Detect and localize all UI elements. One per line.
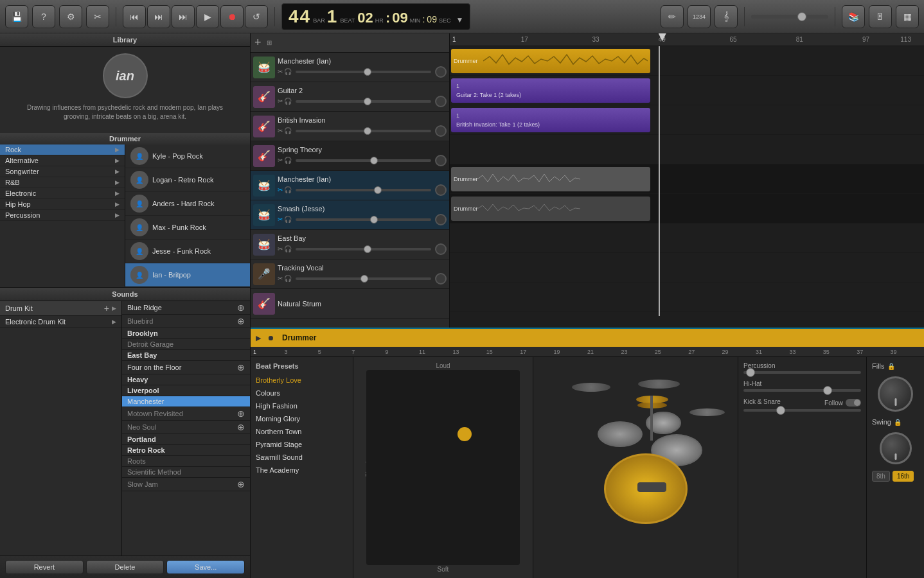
revert-button[interactable]: Revert [5, 560, 84, 574]
track-fader-5[interactable] [296, 189, 431, 191]
kicksnare-slider[interactable] [743, 409, 861, 412]
track-pan-knob-3[interactable] [435, 125, 447, 137]
follow-toggle[interactable] [846, 399, 861, 407]
mute-icon-7[interactable]: ✂ [278, 245, 283, 252]
genre-item-percussion[interactable]: Percussion ▶ [0, 210, 125, 221]
region-smashjesse[interactable]: Drummer [451, 197, 650, 221]
arrange-track-8[interactable] [450, 253, 924, 283]
track-fader-6[interactable] [296, 218, 431, 221]
drummer-anders[interactable]: 👤 Anders - Hard Rock [125, 192, 250, 216]
hihat-thumb[interactable] [823, 386, 832, 395]
ffwd-btn[interactable]: ⏭ [147, 5, 170, 28]
genre-item-hiphop[interactable]: Hip Hop ▶ [0, 199, 125, 210]
kit-motownrevisited[interactable]: Motown Revisited ⊕ [122, 407, 250, 421]
preset-pyramidstage[interactable]: Pyramid Stage [251, 438, 353, 451]
kit-roots[interactable]: Roots [122, 456, 250, 467]
kit-blueridge-add[interactable]: ⊕ [237, 302, 245, 313]
genre-item-alternative[interactable]: Alternative ▶ [0, 155, 125, 166]
save-icon-btn[interactable]: 💾 [5, 5, 28, 28]
headphone-icon-3[interactable]: 🎧 [284, 127, 292, 134]
swing-knob[interactable] [880, 432, 912, 464]
pencil-btn[interactable]: ✏ [661, 5, 684, 28]
track-fader-8[interactable] [296, 277, 431, 280]
track-pan-knob-2[interactable] [435, 96, 447, 107]
kit-blueridge[interactable]: Blue Ridge ⊕ [122, 301, 250, 315]
percussion-thumb[interactable] [746, 368, 755, 377]
kit-eastbay[interactable]: East Bay [122, 350, 250, 361]
kit-portland[interactable]: Portland [122, 434, 250, 445]
fills-knob[interactable] [878, 376, 913, 412]
add-track-button[interactable]: + [254, 36, 262, 49]
mixer-btn[interactable]: 🎚 [869, 5, 892, 28]
drummer-play-btn[interactable]: ▶ [256, 334, 261, 342]
kit-neosoul[interactable]: Neo Soul ⊕ [122, 421, 250, 434]
pad-dot[interactable] [458, 427, 472, 441]
kit-slowjam[interactable]: Slow Jam ⊕ [122, 478, 250, 491]
tuner-btn[interactable]: 𝄞 [715, 5, 738, 28]
arrange-track-6[interactable]: Drummer [450, 194, 924, 223]
kit-neosoul-add[interactable]: ⊕ [237, 422, 245, 432]
headphone-icon-4[interactable]: 🎧 [284, 157, 292, 164]
count-btn[interactable]: 1234 [688, 5, 711, 28]
drummer-record-btn[interactable]: ⏺ [267, 334, 274, 342]
mute-icon-3[interactable]: ✂ [278, 127, 283, 134]
headphone-icon-2[interactable]: 🎧 [284, 98, 292, 105]
mute-icon-4[interactable]: ✂ [278, 157, 283, 164]
fills-lock-icon[interactable]: 🔒 [887, 363, 895, 370]
master-volume-slider[interactable] [751, 15, 828, 19]
genre-item-electronic[interactable]: Electronic ▶ [0, 188, 125, 199]
note-16th-btn[interactable]: 16th [893, 471, 914, 482]
preset-morningglory[interactable]: Morning Glory [251, 412, 353, 425]
track-fader-3[interactable] [296, 130, 431, 132]
category-drumkit-add[interactable]: + [104, 303, 109, 313]
region-britishinvasion[interactable]: 1 British Invasion: Take 1 (2 takes) [451, 108, 650, 132]
swing-lock-icon[interactable]: 🔒 [894, 419, 902, 426]
kit-bluebird[interactable]: Bluebird ⊕ [122, 315, 250, 328]
kit-brooklyn[interactable]: Brooklyn [122, 328, 250, 339]
percussion-slider[interactable] [743, 371, 861, 374]
headphone-icon-6[interactable]: 🎧 [284, 216, 292, 223]
kit-heavy[interactable]: Heavy [122, 374, 250, 385]
track-pan-knob-5[interactable] [435, 184, 447, 196]
kit-fouronthefloor[interactable]: Four on the Floor ⊕ [122, 361, 250, 374]
preset-theacademy[interactable]: The Academy [251, 464, 353, 477]
drummer-jesse[interactable]: 👤 Jesse - Funk Rock [125, 240, 250, 263]
kit-retrorock[interactable]: Retro Rock [122, 445, 250, 456]
kit-detroitgarage[interactable]: Detroit Garage [122, 339, 250, 350]
kit-bluebird-add[interactable]: ⊕ [237, 316, 245, 326]
track-pan-knob-8[interactable] [435, 273, 447, 285]
arrange-track-2[interactable]: 1 Guitar 2: Take 1 (2 takes) [450, 76, 924, 105]
mute-icon-2[interactable]: ✂ [278, 98, 283, 105]
region-drummer-1[interactable]: Drummer [451, 49, 650, 73]
drummer-logan[interactable]: 👤 Logan - Retro Rock [125, 168, 250, 192]
cycle-btn[interactable]: ↺ [245, 5, 268, 28]
preset-colours[interactable]: Colours [251, 387, 353, 399]
genre-item-rock[interactable]: Rock ▶ [0, 144, 125, 155]
hihat-pedal[interactable] [637, 482, 666, 492]
settings-btn[interactable]: ⚙ [59, 5, 82, 28]
drummer-pad[interactable]: Loud Soft Simple Complex [353, 357, 533, 578]
kit-liverpool[interactable]: Liverpool [122, 385, 250, 396]
record-btn[interactable]: ⏺ [220, 5, 244, 28]
preset-sawmillsound[interactable]: Sawmill Sound [251, 451, 353, 464]
tostart-btn[interactable]: ⏭ [172, 5, 195, 28]
cymbal-left[interactable] [572, 383, 610, 392]
region-manchester-active[interactable]: Drummer [451, 167, 650, 191]
preset-highfashion[interactable]: High Fashion [251, 399, 353, 412]
track-fader-4[interactable] [296, 159, 431, 162]
track-pan-knob-7[interactable] [435, 243, 447, 255]
genre-item-rb[interactable]: R&B ▶ [0, 177, 125, 188]
track-pan-knob-6[interactable] [435, 214, 447, 225]
track-fader-1[interactable] [296, 71, 431, 73]
rewind-btn[interactable]: ⏮ [123, 5, 146, 28]
library-btn[interactable]: 📚 [842, 5, 865, 28]
track-list-filter-icon[interactable]: ⊞ [267, 39, 272, 46]
headphone-icon-5[interactable]: 🎧 [284, 186, 292, 193]
arrange-track-4[interactable] [450, 135, 924, 164]
track-fader-7[interactable] [296, 248, 431, 250]
snare-visual[interactable] [598, 421, 643, 447]
kit-motownrevisited-add[interactable]: ⊕ [237, 408, 245, 419]
help-btn[interactable]: ? [32, 5, 55, 28]
hihat-slider[interactable] [743, 389, 861, 392]
drummer-max[interactable]: 👤 Max - Punk Rock [125, 216, 250, 240]
